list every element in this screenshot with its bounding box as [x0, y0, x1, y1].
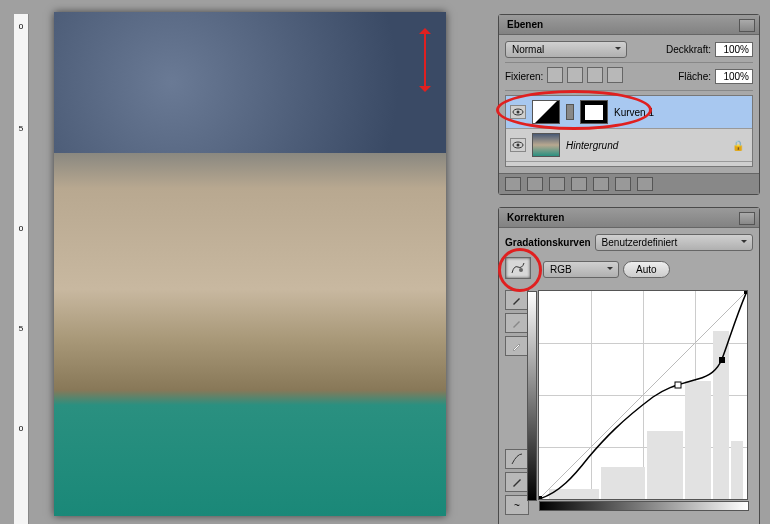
svg-rect-8	[685, 381, 711, 499]
adjustments-panel: Korrekturen Gradationskurven Benutzerdef…	[498, 207, 760, 524]
visibility-toggle-icon[interactable]	[510, 138, 526, 152]
svg-rect-7	[647, 431, 683, 499]
panel-menu-icon[interactable]	[739, 212, 755, 225]
lock-position-icon[interactable]	[587, 67, 603, 83]
svg-rect-13	[675, 382, 681, 388]
svg-rect-15	[744, 291, 747, 294]
new-layer-icon[interactable]	[615, 177, 631, 191]
layer-name[interactable]: Hintergrund	[566, 140, 618, 151]
fill-input[interactable]: 100%	[715, 69, 753, 84]
layer-curves[interactable]: Kurven 1	[506, 96, 752, 129]
curve-edit-icon[interactable]	[505, 449, 529, 469]
opacity-label: Deckkraft:	[666, 44, 711, 55]
layer-mask-thumbnail[interactable]	[580, 100, 608, 124]
lock-pixels-icon[interactable]	[567, 67, 583, 83]
eyedropper-black-icon[interactable]	[505, 290, 529, 310]
input-gradient	[539, 501, 749, 511]
svg-point-3	[517, 144, 520, 147]
lock-transparent-icon[interactable]	[547, 67, 563, 83]
layer-effects-icon[interactable]	[527, 177, 543, 191]
eyedropper-gray-icon[interactable]	[505, 313, 529, 333]
eyedropper-white-icon[interactable]	[505, 336, 529, 356]
layer-mask-icon[interactable]	[549, 177, 565, 191]
auto-button[interactable]: Auto	[623, 261, 670, 278]
layer-background[interactable]: Hintergrund 🔒	[506, 129, 752, 162]
trash-icon[interactable]	[637, 177, 653, 191]
pencil-edit-icon[interactable]	[505, 472, 529, 492]
panel-menu-icon[interactable]	[739, 19, 755, 32]
opacity-input[interactable]: 100%	[715, 42, 753, 57]
fill-label: Fläche:	[678, 71, 711, 82]
smooth-icon[interactable]: ~	[505, 495, 529, 515]
channel-select[interactable]: RGB	[543, 261, 619, 278]
lock-label: Fixieren:	[505, 71, 543, 82]
annotation-arrow	[424, 30, 426, 90]
adjustments-panel-header: Korrekturen	[499, 208, 759, 228]
curves-preset-select[interactable]: Benutzerdefiniert	[595, 234, 753, 251]
link-layers-icon[interactable]	[505, 177, 521, 191]
background-thumbnail-icon	[532, 133, 560, 157]
layer-name[interactable]: Kurven 1	[614, 107, 654, 118]
svg-rect-6	[601, 467, 645, 499]
blend-mode-select[interactable]: Normal	[505, 41, 627, 58]
curves-thumbnail-icon	[532, 100, 560, 124]
visibility-toggle-icon[interactable]	[510, 105, 526, 119]
output-gradient	[527, 291, 537, 501]
link-icon[interactable]	[566, 104, 574, 120]
svg-rect-14	[719, 357, 725, 363]
svg-rect-9	[713, 331, 729, 499]
curves-graph[interactable]	[538, 290, 748, 500]
group-icon[interactable]	[593, 177, 609, 191]
canvas-image[interactable]	[54, 12, 446, 516]
layers-panel: Ebenen Normal Deckkraft: 100% Fixieren: …	[498, 14, 760, 195]
svg-rect-10	[731, 441, 743, 499]
svg-rect-12	[539, 496, 542, 499]
curve-svg	[539, 291, 747, 499]
svg-point-1	[517, 111, 520, 114]
layers-list: Kurven 1 Hintergrund 🔒	[505, 95, 753, 167]
adjustment-layer-icon[interactable]	[571, 177, 587, 191]
layers-panel-title: Ebenen	[507, 19, 543, 30]
layers-panel-header: Ebenen	[499, 15, 759, 35]
svg-point-4	[519, 268, 523, 272]
lock-all-icon[interactable]	[607, 67, 623, 83]
adjustments-panel-title: Korrekturen	[507, 212, 564, 223]
targeted-adjustment-tool[interactable]	[505, 257, 531, 279]
layers-panel-footer	[499, 173, 759, 194]
adjustment-type-label: Gradationskurven	[505, 237, 591, 248]
vertical-ruler: 0 5 0 5 0	[14, 14, 29, 524]
